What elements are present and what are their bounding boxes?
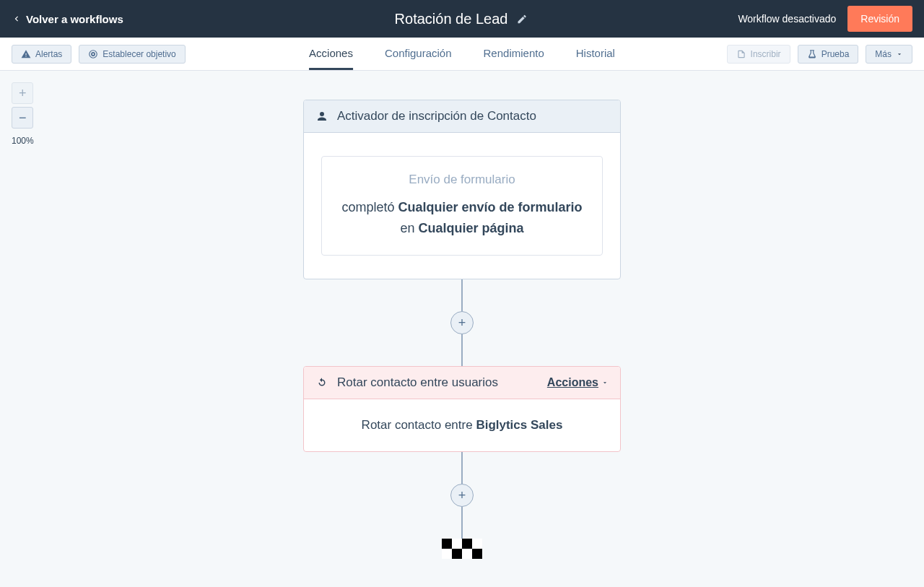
- title-wrap: Rotación de Lead: [395, 11, 530, 27]
- tabs: Acciones Configuración Rendimiento Histo…: [309, 38, 615, 70]
- zoom-in-button: +: [12, 82, 33, 104]
- add-action-button[interactable]: +: [450, 484, 474, 507]
- zoom-controls: + − 100%: [12, 82, 34, 146]
- connector-line: [461, 334, 463, 366]
- alerts-button[interactable]: Alertas: [12, 45, 71, 64]
- top-bar: Volver a workflows Rotación de Lead Work…: [0, 0, 924, 38]
- workflow-flow: Activador de inscripción de Contacto Env…: [303, 100, 621, 562]
- trigger-card-body: Envío de formulario completó Cualquier e…: [304, 133, 620, 279]
- add-action-button[interactable]: +: [450, 311, 474, 334]
- enroll-button: Inscribir: [727, 45, 790, 64]
- trigger-text-bold1: Cualquier envío de formulario: [398, 200, 583, 214]
- tab-history[interactable]: Historial: [576, 38, 615, 70]
- workflow-canvas[interactable]: + − 100% Activador de inscripción de Con…: [0, 71, 924, 587]
- zoom-level-label: 100%: [12, 136, 34, 146]
- enroll-label: Inscribir: [751, 49, 781, 59]
- back-label: Volver a workflows: [26, 13, 123, 25]
- tab-settings[interactable]: Configuración: [385, 38, 452, 70]
- test-label: Prueba: [821, 49, 850, 59]
- test-button[interactable]: Prueba: [798, 45, 859, 64]
- plus-icon: +: [458, 316, 466, 329]
- rotate-card-body: Rotar contacto entre Biglytics Sales: [304, 399, 620, 451]
- plus-icon: +: [458, 489, 466, 502]
- zoom-out-button[interactable]: −: [12, 107, 33, 129]
- connector-line: [461, 507, 463, 539]
- minus-icon: −: [19, 110, 27, 126]
- rotate-card-header: Rotar contacto entre usuarios Acciones: [304, 367, 620, 399]
- rotate-header-label: Rotar contacto entre usuarios: [337, 375, 498, 390]
- tab-performance[interactable]: Rendimiento: [484, 38, 544, 70]
- target-icon: [88, 49, 98, 59]
- more-button[interactable]: Más: [866, 45, 912, 64]
- edit-title-button[interactable]: [515, 12, 529, 26]
- enrollment-trigger-card[interactable]: Activador de inscripción de Contacto Env…: [303, 100, 621, 279]
- topbar-right: Workflow desactivado Revisión: [738, 6, 912, 32]
- trigger-text-mid: en: [400, 221, 418, 235]
- plus-icon: +: [19, 86, 27, 101]
- trigger-text-prefix: completó: [341, 200, 398, 214]
- trigger-header-label: Activador de inscripción de Contacto: [337, 109, 536, 123]
- pencil-icon: [517, 14, 528, 25]
- subbar-right: Inscribir Prueba Más: [727, 45, 912, 64]
- set-goal-button[interactable]: Establecer objetivo: [79, 45, 185, 64]
- tab-actions[interactable]: Acciones: [309, 38, 353, 70]
- sub-bar: Alertas Establecer objetivo Acciones Con…: [0, 38, 924, 71]
- workflow-status-label: Workflow desactivado: [738, 13, 836, 25]
- goal-label: Establecer objetivo: [103, 49, 175, 59]
- beaker-icon: [807, 49, 817, 59]
- caret-down-icon: [896, 51, 903, 58]
- alerts-label: Alertas: [35, 49, 62, 59]
- page-title: Rotación de Lead: [395, 11, 508, 27]
- trigger-criteria-title: Envío de formulario: [339, 173, 585, 187]
- subbar-left: Alertas Establecer objetivo: [12, 45, 186, 64]
- review-button[interactable]: Revisión: [847, 6, 912, 32]
- card-actions-label: Acciones: [547, 376, 598, 389]
- warning-icon: [21, 49, 31, 59]
- more-label: Más: [875, 49, 892, 59]
- trigger-criteria-box[interactable]: Envío de formulario completó Cualquier e…: [321, 156, 603, 256]
- enroll-icon: [736, 49, 746, 59]
- rotate-icon: [315, 376, 328, 389]
- contact-icon: [315, 110, 328, 123]
- rotate-action-card[interactable]: Rotar contacto entre usuarios Acciones R…: [303, 366, 621, 452]
- chevron-left-icon: [12, 14, 22, 24]
- connector-line: [461, 279, 463, 311]
- rotate-body-prefix: Rotar contacto entre: [362, 418, 476, 432]
- card-actions-dropdown[interactable]: Acciones: [547, 376, 609, 389]
- back-to-workflows-link[interactable]: Volver a workflows: [12, 13, 123, 25]
- rotate-body-bold: Biglytics Sales: [476, 418, 562, 432]
- caret-down-icon: [601, 379, 609, 386]
- connector-line: [461, 452, 463, 484]
- trigger-criteria-text: completó Cualquier envío de formulario e…: [339, 197, 585, 239]
- end-flag-icon: [442, 539, 482, 562]
- trigger-text-bold2: Cualquier página: [419, 221, 524, 235]
- trigger-card-header: Activador de inscripción de Contacto: [304, 100, 620, 133]
